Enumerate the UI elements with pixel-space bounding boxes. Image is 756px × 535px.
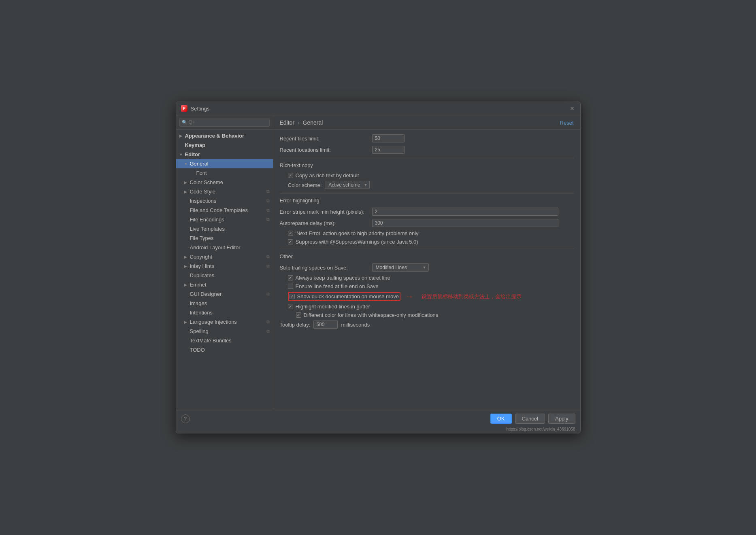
strip-trailing-row: Strip trailing spaces on Save: Modified … (280, 263, 574, 272)
sidebar-item-file-encodings[interactable]: File Encodings ⧉ (176, 215, 273, 224)
sidebar-item-emmet[interactable]: Emmet (176, 280, 273, 289)
ensure-line-feed-row: Ensure line feed at file end on Save (288, 283, 574, 289)
arrow-annotation-icon: → (405, 292, 413, 301)
search-input[interactable] (179, 118, 270, 127)
copy-rich-text-checkbox[interactable] (288, 173, 293, 178)
search-box: 🔍 (176, 115, 273, 130)
always-keep-checkbox[interactable] (288, 275, 293, 280)
sidebar-item-appearance[interactable]: Appearance & Behavior (176, 131, 273, 140)
arrow-icon (184, 180, 188, 185)
breadcrumb-separator: › (298, 119, 300, 126)
suppress-warnings-label: Suppress with @SuppressWarnings (since J… (296, 239, 418, 245)
tooltip-delay-label: Tooltip delay: (280, 322, 311, 328)
sidebar-item-editor[interactable]: Editor (176, 150, 273, 159)
highlight-modified-label: Highlight modified lines in gutter (296, 304, 370, 310)
sidebar-item-spelling[interactable]: Spelling ⧉ (176, 327, 273, 336)
sidebar-item-label: Keymap (185, 142, 206, 148)
dialog-title: Settings (191, 106, 210, 112)
content-body: Recent files limit: Recent locations lim… (273, 130, 580, 410)
arrow-icon (179, 134, 183, 138)
sidebar-item-color-scheme[interactable]: Color Scheme (176, 178, 273, 187)
divider-2 (280, 193, 574, 193)
next-error-row: 'Next Error' action goes to high priorit… (288, 230, 574, 236)
copy-icon: ⧉ (266, 329, 270, 334)
strip-trailing-dropdown-wrapper: Modified Lines All None ▼ (372, 263, 429, 272)
arrow-icon (184, 283, 188, 287)
error-highlighting-section-label: Error highlighting (280, 197, 574, 204)
show-quick-doc-highlighted: Show quick documentation on mouse move (288, 292, 400, 301)
autoreparse-input[interactable] (372, 219, 558, 227)
suppress-warnings-checkbox[interactable] (288, 239, 293, 244)
dialog-footer: ? OK Cancel Apply (176, 410, 580, 427)
sidebar-item-duplicates[interactable]: Duplicates (176, 271, 273, 280)
sidebar-item-label: TODO (190, 347, 205, 353)
arrow-icon (184, 162, 188, 166)
help-button[interactable]: ? (181, 414, 190, 423)
different-color-row: Different color for lines with whitespac… (296, 312, 574, 318)
sidebar-item-label: Intentions (190, 310, 213, 316)
copy-icon: ⧉ (266, 319, 270, 325)
different-color-checkbox[interactable] (296, 312, 301, 318)
ensure-line-feed-checkbox[interactable] (288, 284, 293, 289)
breadcrumb-parent: Editor (280, 119, 295, 126)
sidebar-item-android-layout[interactable]: Android Layout Editor (176, 243, 273, 252)
color-scheme-row: Color scheme: Active scheme ▼ (288, 181, 574, 189)
color-scheme-dropdown[interactable]: Active scheme (325, 181, 370, 189)
recent-locations-input[interactable] (372, 146, 405, 154)
sidebar-item-inspections[interactable]: Inspections ⧉ (176, 196, 273, 206)
sidebar-item-label: Images (190, 300, 207, 306)
sidebar-item-label: File Encodings (190, 217, 224, 223)
sidebar-item-keymap[interactable]: Keymap (176, 140, 273, 150)
arrow-icon (184, 190, 188, 194)
sidebar-item-label: Duplicates (190, 272, 215, 278)
cancel-button[interactable]: Cancel (515, 414, 545, 424)
show-quick-doc-checkbox[interactable] (290, 294, 295, 299)
show-quick-doc-label: Show quick documentation on mouse move (297, 293, 399, 299)
sidebar-item-label: File and Code Templates (190, 207, 248, 213)
autoreparse-row: Autoreparse delay (ms): (280, 219, 574, 227)
sidebar-item-code-style[interactable]: Code Style ⧉ (176, 187, 273, 196)
sidebar-item-language-injections[interactable]: Language Injections ⧉ (176, 317, 273, 327)
sidebar-item-images[interactable]: Images (176, 299, 273, 308)
apply-button[interactable]: Apply (548, 414, 575, 424)
sidebar-item-font[interactable]: Font (176, 168, 273, 178)
breadcrumb-current: General (303, 119, 323, 126)
ok-button[interactable]: OK (490, 414, 512, 424)
sidebar-item-todo[interactable]: TODO (176, 345, 273, 355)
sidebar-item-label: Inlay Hints (190, 263, 215, 269)
close-button[interactable]: ✕ (569, 105, 575, 112)
strip-trailing-dropdown[interactable]: Modified Lines All None (372, 263, 429, 272)
sidebar-item-live-templates[interactable]: Live Templates (176, 224, 273, 234)
search-wrapper: 🔍 (179, 118, 270, 127)
copy-icon: ⧉ (266, 208, 270, 213)
copy-icon: ⧉ (266, 263, 270, 269)
different-color-label: Different color for lines with whitespac… (304, 312, 439, 318)
footer-left: ? (181, 414, 190, 423)
sidebar-item-file-code-templates[interactable]: File and Code Templates ⧉ (176, 206, 273, 215)
sidebar-item-label: Code Style (190, 189, 216, 195)
title-bar: P Settings ✕ (176, 102, 580, 115)
sidebar-item-file-types[interactable]: File Types (176, 234, 273, 243)
sidebar-item-label: Live Templates (190, 226, 225, 232)
color-scheme-dropdown-wrapper: Active scheme ▼ (325, 181, 370, 189)
sidebar-item-inlay-hints[interactable]: Inlay Hints ⧉ (176, 261, 273, 271)
highlight-modified-checkbox[interactable] (288, 304, 293, 309)
divider-1 (280, 158, 574, 158)
sidebar-item-label: Android Layout Editor (190, 244, 241, 251)
next-error-checkbox[interactable] (288, 231, 293, 236)
copy-rich-text-row: Copy as rich text by default (288, 172, 574, 178)
reset-button[interactable]: Reset (560, 120, 574, 126)
recent-files-input[interactable] (372, 134, 405, 142)
sidebar-item-general[interactable]: General (176, 159, 273, 168)
color-scheme-label: Color scheme: (288, 182, 322, 188)
sidebar-item-gui-designer[interactable]: GUI Designer ⧉ (176, 289, 273, 299)
arrow-icon (184, 320, 188, 324)
sidebar-item-intentions[interactable]: Intentions (176, 308, 273, 317)
settings-dialog: P Settings ✕ 🔍 Appearance & Behavior (176, 102, 581, 433)
tooltip-delay-input[interactable] (313, 321, 338, 329)
sidebar-item-label: Emmet (190, 282, 207, 288)
sidebar-item-textmate-bundles[interactable]: TextMate Bundles (176, 336, 273, 345)
error-stripe-input[interactable] (372, 208, 558, 216)
tooltip-delay-row: Tooltip delay: milliseconds (280, 321, 574, 329)
sidebar-item-copyright[interactable]: Copyright ⧉ (176, 252, 273, 261)
